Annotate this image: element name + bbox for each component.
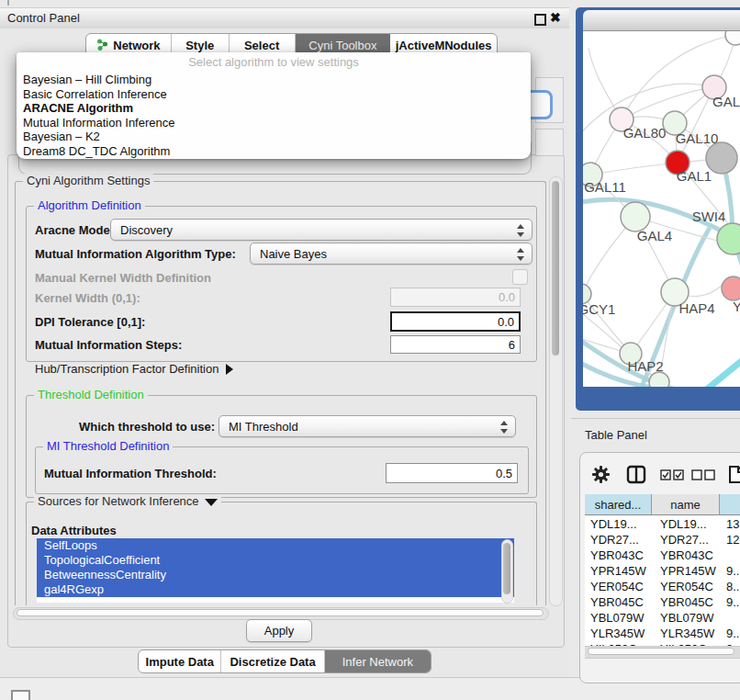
table-cell[interactable]: YBR043C bbox=[585, 548, 652, 563]
table-cell[interactable]: YBR045C bbox=[585, 594, 652, 610]
mi-steps-field[interactable]: 6 bbox=[390, 335, 521, 354]
group-title: Algorithm Definition bbox=[34, 198, 145, 212]
manual-kernel-label: Manual Kernel Width Definition bbox=[35, 271, 211, 285]
table-cell[interactable]: 9... bbox=[720, 563, 740, 579]
dpi-tolerance-value: 0.0 bbox=[498, 315, 514, 329]
table-cell[interactable]: 9... bbox=[720, 594, 740, 610]
table-row[interactable]: YER054CYER054C8... bbox=[585, 579, 740, 594]
tab-discretize-data[interactable]: Discretize Data bbox=[221, 650, 324, 672]
column-header-partial[interactable]: A bbox=[720, 494, 740, 515]
algorithm-option[interactable]: Bayesian – Hill Climbing bbox=[17, 73, 531, 87]
column-header-name[interactable]: name bbox=[652, 494, 720, 515]
table-row[interactable]: YDR27...YDR27...12... bbox=[585, 532, 740, 548]
network-canvas[interactable]: GALGAL80GAL10GAL1GAL11GAL4SWI4GCY1HAP4YH… bbox=[583, 31, 740, 387]
kernel-width-field[interactable]: 0.0 bbox=[390, 288, 521, 307]
table-cell[interactable]: YLR345W bbox=[652, 626, 720, 641]
table-cell[interactable]: YPR145W bbox=[652, 563, 720, 579]
mi-algorithm-type-combo[interactable]: Naive Bayes bbox=[250, 243, 533, 265]
scrollbar-thumb[interactable] bbox=[17, 609, 544, 616]
obscured-panel-fragment bbox=[535, 129, 564, 156]
table-row[interactable]: YBR043CYBR043C bbox=[585, 548, 740, 563]
scrollbar-thumb[interactable] bbox=[552, 181, 559, 356]
table-row[interactable]: YPR145WYPR145W9... bbox=[585, 563, 740, 579]
apply-button[interactable]: Apply bbox=[246, 619, 312, 642]
table-cell[interactable]: YER054C bbox=[652, 579, 720, 594]
node-table[interactable]: shared... name A YDL19...YDL19...13...YD… bbox=[585, 494, 740, 656]
algorithm-option[interactable]: ARACNE Algorithm bbox=[17, 101, 531, 116]
group-title: MI Threshold Definition bbox=[43, 439, 173, 453]
table-cell[interactable]: 8... bbox=[720, 579, 740, 594]
node-label: HAP4 bbox=[678, 300, 714, 316]
aracne-mode-combo[interactable]: Discovery bbox=[110, 219, 533, 241]
network-node[interactable] bbox=[725, 31, 740, 45]
table-cell[interactable]: YDL19... bbox=[652, 516, 720, 532]
table-cell[interactable]: 12... bbox=[720, 532, 740, 548]
data-attribute-item[interactable]: SelfLoops bbox=[37, 538, 514, 553]
tab-infer-network-label: Infer Network bbox=[342, 655, 413, 669]
node-label: GAL4 bbox=[637, 228, 672, 243]
float-window-icon[interactable] bbox=[534, 14, 546, 26]
algorithm-option[interactable]: Mutual Information Inference bbox=[17, 116, 531, 130]
mi-threshold-field[interactable]: 0.5 bbox=[386, 463, 518, 483]
settings-horizontal-scrollbar[interactable] bbox=[13, 607, 549, 620]
data-attribute-item[interactable]: BetweennessCentrality bbox=[37, 568, 514, 582]
table-cell[interactable]: 13... bbox=[720, 516, 740, 532]
bottom-tabbar: Impute Data Discretize Data Infer Networ… bbox=[138, 649, 432, 673]
close-icon[interactable]: ✖ bbox=[550, 10, 561, 25]
column-header-shared-name[interactable]: shared... bbox=[585, 494, 652, 515]
export-table-icon[interactable] bbox=[728, 465, 740, 488]
scrollbar-thumb[interactable] bbox=[503, 543, 510, 594]
table-cell[interactable]: YDR27... bbox=[585, 532, 652, 548]
select-none-unchecked-icon[interactable] bbox=[691, 469, 715, 485]
data-attributes-list[interactable]: SelfLoopsTopologicalCoefficientBetweenne… bbox=[37, 538, 514, 603]
algorithm-option[interactable]: Basic Correlation Inference bbox=[17, 87, 531, 102]
network-node-y[interactable] bbox=[722, 277, 740, 300]
network-node[interactable] bbox=[706, 142, 737, 174]
table-cell[interactable] bbox=[720, 548, 740, 563]
combo-stepper-icon bbox=[499, 420, 509, 435]
network-window-titlebar[interactable] bbox=[583, 10, 740, 31]
mi-threshold-label: Mutual Information Threshold: bbox=[44, 467, 217, 480]
list-vertical-scrollbar[interactable] bbox=[501, 539, 513, 604]
table-cell[interactable]: YPR145W bbox=[585, 563, 652, 579]
table-horizontal-scrollbar[interactable] bbox=[585, 646, 740, 659]
kernel-width-label: Kernel Width (0,1): bbox=[35, 291, 140, 305]
tab-infer-network[interactable]: Infer Network bbox=[325, 650, 431, 672]
which-threshold-label: Which threshold to use: bbox=[79, 420, 215, 434]
column-layout-icon[interactable] bbox=[626, 465, 646, 488]
table-row[interactable]: YDL19...YDL19...13... bbox=[585, 516, 740, 532]
divider bbox=[571, 418, 740, 419]
manual-kernel-checkbox[interactable] bbox=[512, 269, 528, 285]
table-cell[interactable]: YBL079W bbox=[652, 610, 720, 626]
table-row[interactable]: YBL079WYBL079W bbox=[585, 610, 740, 626]
hub-definition-expander[interactable]: Hub/Transcription Factor Definition bbox=[35, 362, 233, 376]
table-cell[interactable]: YBR045C bbox=[652, 594, 720, 610]
data-attribute-item[interactable]: gal4RGexp bbox=[37, 582, 514, 597]
table-cell[interactable] bbox=[720, 610, 740, 626]
mi-steps-value: 6 bbox=[509, 338, 515, 352]
table-cell[interactable]: YBL079W bbox=[585, 610, 652, 626]
data-attribute-item[interactable]: TopologicalCoefficient bbox=[37, 553, 514, 568]
table-cell[interactable]: YDL19... bbox=[585, 516, 652, 532]
control-panel-titlebar[interactable]: Control Panel ✖ bbox=[0, 7, 569, 30]
table-cell[interactable]: YER054C bbox=[585, 579, 652, 594]
sources-group-title[interactable]: Sources for Network Inference bbox=[34, 494, 221, 508]
table-cell[interactable]: 9... bbox=[720, 626, 740, 641]
settings-vertical-scrollbar[interactable] bbox=[549, 176, 563, 606]
which-threshold-combo[interactable]: MI Threshold bbox=[219, 415, 516, 437]
scrollbar-thumb[interactable] bbox=[588, 648, 734, 655]
table-body[interactable]: YDL19...YDL19...13...YDR27...YDR27...12.… bbox=[585, 516, 740, 646]
table-row[interactable]: YBR045CYBR045C9... bbox=[585, 594, 740, 610]
algorithm-option[interactable]: Bayesian – K2 bbox=[17, 130, 531, 144]
table-cell[interactable]: YBR043C bbox=[652, 548, 720, 563]
minimized-panel-icon[interactable] bbox=[11, 690, 30, 700]
dpi-tolerance-field[interactable]: 0.0 bbox=[390, 311, 521, 332]
algorithm-option[interactable]: Dream8 DC_TDC Algorithm bbox=[17, 144, 531, 159]
settings-gear-icon[interactable] bbox=[591, 465, 611, 488]
select-all-checked-icon[interactable] bbox=[660, 469, 684, 485]
table-cell[interactable]: YDR27... bbox=[652, 532, 720, 548]
network-node[interactable] bbox=[649, 372, 669, 387]
tab-impute-data[interactable]: Impute Data bbox=[139, 650, 221, 672]
table-row[interactable]: YLR345WYLR345W9... bbox=[585, 626, 740, 641]
table-cell[interactable]: YLR345W bbox=[585, 626, 652, 641]
